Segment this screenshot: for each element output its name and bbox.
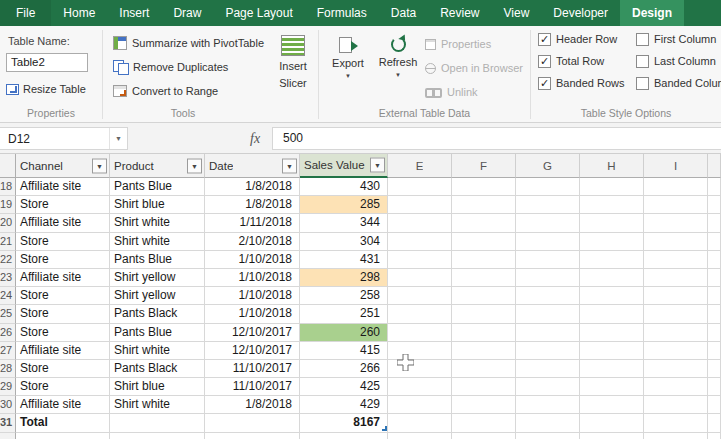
cell[interactable] (708, 396, 721, 414)
cell[interactable] (708, 433, 721, 439)
cell[interactable] (516, 433, 580, 439)
cell[interactable] (388, 433, 452, 439)
cell[interactable] (708, 178, 721, 196)
cell[interactable] (452, 233, 516, 251)
row-number[interactable]: 25 (0, 305, 16, 323)
cell[interactable] (644, 269, 708, 287)
cell[interactable] (452, 196, 516, 214)
cell[interactable]: Pants Black (110, 360, 205, 378)
cell[interactable]: 1/8/2018 (205, 196, 300, 214)
cell[interactable]: 251 (300, 305, 388, 323)
cell[interactable] (516, 214, 580, 232)
row-number[interactable]: 31 (0, 414, 16, 432)
cell[interactable]: 1/11/2018 (205, 214, 300, 232)
cell[interactable]: 8167 (300, 414, 388, 432)
cell[interactable] (644, 342, 708, 360)
convert-to-range-button[interactable]: Convert to Range (113, 82, 218, 100)
cell[interactable] (388, 251, 452, 269)
checkbox-icon[interactable] (636, 55, 649, 68)
checkbox-icon[interactable]: ✓ (538, 33, 551, 46)
cell[interactable] (580, 360, 644, 378)
cell[interactable] (580, 233, 644, 251)
cell[interactable]: Shirt white (110, 396, 205, 414)
cell[interactable] (644, 433, 708, 439)
cell[interactable] (580, 178, 644, 196)
cell[interactable] (452, 287, 516, 305)
row-number[interactable]: 19 (0, 196, 16, 214)
cell[interactable] (388, 287, 452, 305)
cell[interactable]: Shirt blue (110, 196, 205, 214)
column-header-h[interactable]: H (580, 154, 644, 178)
filter-dropdown-icon[interactable]: ▼ (187, 158, 202, 173)
tab-file[interactable]: File (0, 0, 51, 26)
cell[interactable]: Store (16, 360, 110, 378)
cell[interactable] (708, 305, 721, 323)
cell[interactable] (452, 269, 516, 287)
checkbox-icon[interactable] (636, 33, 649, 46)
cell[interactable]: 304 (300, 233, 388, 251)
tab-view[interactable]: View (492, 0, 542, 26)
cell[interactable] (708, 196, 721, 214)
tab-draw[interactable]: Draw (161, 0, 213, 26)
cell[interactable]: 1/8/2018 (205, 178, 300, 196)
cell[interactable]: Pants Blue (110, 251, 205, 269)
option-total-row[interactable]: ✓Total Row (538, 54, 625, 68)
cell[interactable]: 1/10/2018 (205, 251, 300, 269)
cell[interactable] (110, 414, 205, 432)
cell[interactable]: Store (16, 196, 110, 214)
cell[interactable] (516, 233, 580, 251)
column-header-product[interactable]: Product▼ (110, 154, 205, 178)
cell[interactable] (452, 251, 516, 269)
row-number[interactable]: 28 (0, 360, 16, 378)
cell[interactable] (388, 178, 452, 196)
cell[interactable]: 260 (300, 324, 388, 342)
cell[interactable]: 1/8/2018 (205, 396, 300, 414)
cell[interactable] (452, 178, 516, 196)
cell[interactable] (580, 305, 644, 323)
cell[interactable] (388, 214, 452, 232)
cell[interactable] (580, 433, 644, 439)
cell[interactable] (644, 360, 708, 378)
cell[interactable] (708, 360, 721, 378)
row-number[interactable]: 21 (0, 233, 16, 251)
column-header-channel[interactable]: Channel▼ (16, 154, 110, 178)
name-box[interactable]: D12 ▼ (0, 127, 128, 150)
tab-formulas[interactable]: Formulas (305, 0, 379, 26)
cell[interactable] (708, 269, 721, 287)
cell[interactable] (110, 433, 205, 439)
cell[interactable] (516, 342, 580, 360)
filter-dropdown-icon[interactable]: ▼ (92, 158, 107, 173)
cell[interactable]: 11/10/2017 (205, 360, 300, 378)
cell[interactable]: Store (16, 305, 110, 323)
cell[interactable] (516, 324, 580, 342)
cell[interactable]: Shirt blue (110, 378, 205, 396)
cell[interactable]: Shirt white (110, 214, 205, 232)
cell[interactable]: Affiliate site (16, 269, 110, 287)
tab-data[interactable]: Data (379, 0, 428, 26)
cell[interactable] (516, 196, 580, 214)
cell[interactable] (516, 287, 580, 305)
cell[interactable] (580, 378, 644, 396)
remove-duplicates-button[interactable]: Remove Duplicates (113, 58, 228, 76)
cell[interactable] (388, 396, 452, 414)
cell[interactable]: 285 (300, 196, 388, 214)
cell[interactable] (644, 287, 708, 305)
option-last-column[interactable]: Last Column (636, 54, 721, 68)
cell[interactable] (644, 414, 708, 432)
cell[interactable]: Store (16, 287, 110, 305)
cell[interactable] (388, 324, 452, 342)
cell[interactable]: Store (16, 324, 110, 342)
cell[interactable] (708, 378, 721, 396)
cell[interactable]: 12/10/2017 (205, 324, 300, 342)
row-number[interactable]: 20 (0, 214, 16, 232)
export-dropdown-caret-icon[interactable]: ▼ (345, 73, 351, 79)
cell[interactable] (452, 342, 516, 360)
cell[interactable] (708, 233, 721, 251)
table-resize-handle[interactable] (382, 426, 387, 431)
name-box-dropdown-icon[interactable]: ▼ (109, 128, 127, 149)
cell[interactable]: Store (16, 251, 110, 269)
cell[interactable] (16, 433, 110, 439)
tab-home[interactable]: Home (51, 0, 107, 26)
cell[interactable]: Pants Blue (110, 324, 205, 342)
filter-dropdown-icon[interactable]: ▼ (282, 158, 297, 173)
